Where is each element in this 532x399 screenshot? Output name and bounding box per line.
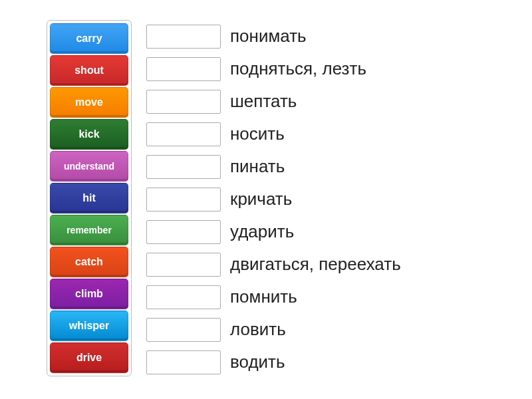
drop-slot[interactable] [146, 57, 221, 81]
answer-row: шептать [146, 85, 401, 118]
word-label: understand [64, 161, 114, 172]
word-bank: carry shout move kick understand hit rem… [47, 20, 132, 376]
answer-label: помнить [230, 287, 297, 307]
word-tile-climb[interactable]: climb [50, 279, 128, 309]
drop-slot[interactable] [146, 285, 221, 309]
answer-row: ловить [146, 313, 401, 346]
word-tile-catch[interactable]: catch [50, 247, 128, 277]
word-label: climb [75, 288, 103, 300]
answer-label: кричать [230, 189, 292, 209]
answer-row: двигаться, переехать [146, 248, 401, 281]
answer-row: пинать [146, 150, 401, 183]
drop-slot[interactable] [146, 253, 221, 277]
word-tile-understand[interactable]: understand [50, 151, 128, 182]
answer-row: подняться, лезть [146, 53, 401, 85]
answer-row: понимать [146, 20, 401, 53]
answer-row: ударить [146, 215, 401, 248]
drop-slot[interactable] [146, 155, 221, 179]
word-label: remember [66, 225, 112, 235]
drop-slot[interactable] [146, 350, 221, 374]
drop-slot[interactable] [146, 90, 221, 114]
word-label: shout [74, 65, 104, 76]
answer-label: подняться, лезть [230, 59, 366, 79]
word-tile-carry[interactable]: carry [50, 23, 128, 54]
answer-label: водить [230, 352, 285, 372]
word-label: kick [78, 128, 99, 140]
drop-slot[interactable] [146, 188, 221, 211]
matching-activity: carry shout move kick understand hit rem… [47, 20, 485, 378]
drop-slot[interactable] [146, 122, 221, 146]
word-label: move [75, 96, 103, 108]
answer-row: кричать [146, 183, 401, 215]
word-tile-move[interactable]: move [50, 87, 128, 118]
word-label: hit [82, 192, 96, 204]
word-tile-shout[interactable]: shout [50, 55, 128, 86]
drop-slot[interactable] [146, 25, 221, 49]
answer-label: шептать [230, 91, 297, 112]
answer-row: носить [146, 118, 401, 150]
answer-column: понимать подняться, лезть шептать носить… [146, 20, 401, 378]
answer-label: носить [230, 124, 285, 144]
word-tile-drive[interactable]: drive [50, 342, 128, 373]
drop-slot[interactable] [146, 318, 221, 342]
drop-slot[interactable] [146, 220, 221, 244]
answer-row: водить [146, 346, 401, 378]
word-tile-remember[interactable]: remember [50, 215, 128, 245]
answer-row: помнить [146, 281, 401, 313]
word-label: drive [76, 352, 102, 364]
word-tile-whisper[interactable]: whisper [50, 311, 128, 341]
word-label: whisper [69, 320, 109, 332]
answer-label: ловить [230, 319, 286, 340]
answer-label: понимать [230, 26, 307, 47]
word-label: carry [76, 33, 102, 45]
answer-label: двигаться, переехать [230, 254, 401, 275]
word-label: catch [75, 256, 103, 268]
word-tile-kick[interactable]: kick [50, 119, 128, 150]
answer-label: ударить [230, 221, 294, 242]
answer-label: пинать [230, 156, 285, 177]
word-tile-hit[interactable]: hit [50, 183, 128, 213]
